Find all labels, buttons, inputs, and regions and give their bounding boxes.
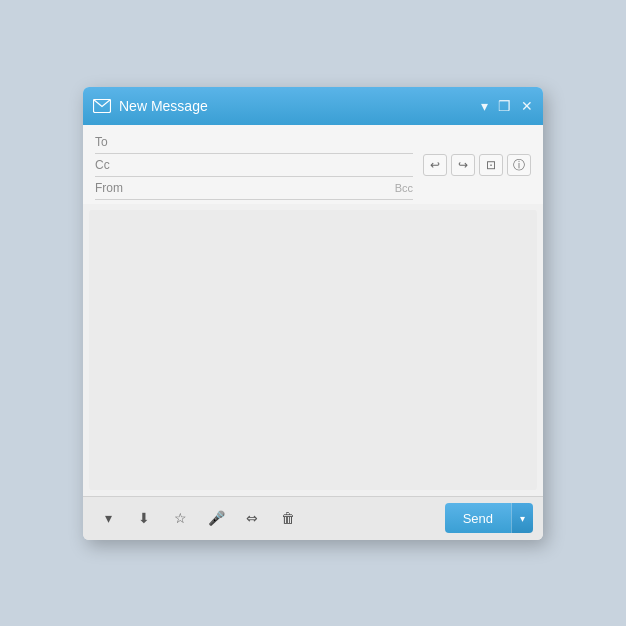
undo-button[interactable]: ↩	[423, 154, 447, 176]
dropdown-icon: ▾	[105, 510, 112, 526]
to-input[interactable]	[131, 135, 413, 149]
toolbar-download-button[interactable]: ⬇	[129, 504, 159, 532]
bcc-label[interactable]: Bcc	[395, 182, 413, 194]
star-icon: ☆	[174, 510, 187, 526]
minimize-button[interactable]: ▾	[481, 99, 488, 113]
send-dropdown-icon: ▾	[520, 513, 525, 524]
fields-area: To Cc From Bcc ↩ ↪ ⊡ ⓘ	[83, 125, 543, 204]
window-title: New Message	[119, 98, 473, 114]
message-body-area	[89, 210, 537, 490]
cc-input[interactable]	[131, 158, 413, 172]
toolbar-dropdown-button[interactable]: ▾	[93, 504, 123, 532]
close-button[interactable]: ✕	[521, 99, 533, 113]
fields-left: To Cc From Bcc	[95, 131, 413, 200]
info-button[interactable]: ⓘ	[507, 154, 531, 176]
copy-button[interactable]: ⊡	[479, 154, 503, 176]
toolbar-mic-button[interactable]: 🎤	[201, 504, 231, 532]
restore-button[interactable]: ❒	[498, 99, 511, 113]
action-icons-row: ↩ ↪ ⊡ ⓘ	[423, 154, 531, 176]
download-icon: ⬇	[138, 510, 150, 526]
toolbar-link-button[interactable]: ⇔	[237, 504, 267, 532]
from-field-row: From Bcc	[95, 177, 413, 200]
send-button-group: Send ▾	[445, 503, 533, 533]
footer-toolbar: ▾ ⬇ ☆ 🎤 ⇔ 🗑 Send ▾	[83, 496, 543, 540]
send-button[interactable]: Send	[445, 503, 511, 533]
cc-field-row: Cc	[95, 154, 413, 177]
message-body-input[interactable]	[89, 210, 537, 490]
window-controls: ▾ ❒ ✕	[481, 99, 533, 113]
redo-button[interactable]: ↪	[451, 154, 475, 176]
send-dropdown-button[interactable]: ▾	[511, 503, 533, 533]
from-label: From	[95, 181, 131, 195]
email-compose-window: New Message ▾ ❒ ✕ To Cc From Bcc	[83, 87, 543, 540]
link-icon: ⇔	[246, 510, 258, 526]
cc-label: Cc	[95, 158, 131, 172]
toolbar-trash-button[interactable]: 🗑	[273, 504, 303, 532]
trash-icon: 🗑	[281, 510, 295, 526]
mic-icon: 🎤	[208, 510, 225, 526]
to-label: To	[95, 135, 131, 149]
mail-icon	[93, 99, 111, 113]
action-icons-area: ↩ ↪ ⊡ ⓘ	[419, 131, 531, 200]
toolbar-star-button[interactable]: ☆	[165, 504, 195, 532]
from-input[interactable]	[131, 181, 395, 195]
to-field-row: To	[95, 131, 413, 154]
title-bar: New Message ▾ ❒ ✕	[83, 87, 543, 125]
